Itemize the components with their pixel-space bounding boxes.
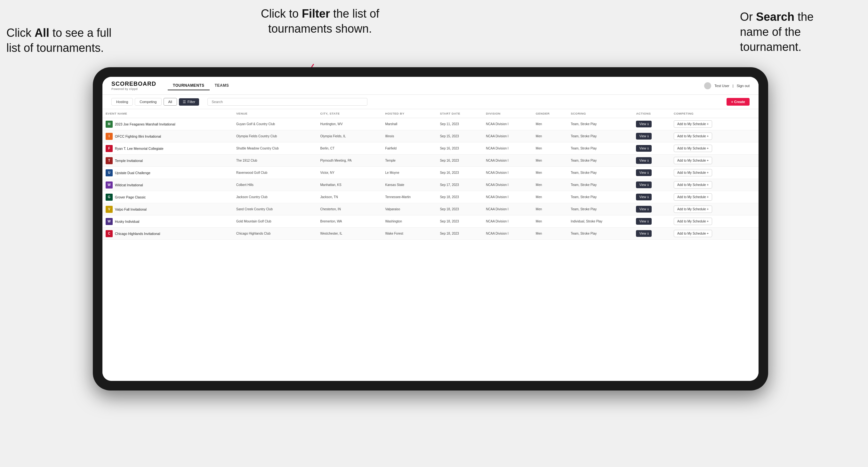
table-row: I OFCC Fighting Illini Invitational Olym… <box>102 130 758 143</box>
table-row: M 2023 Joe Feaganes Marshall Invitationa… <box>102 118 758 130</box>
division-cell-10: NCAA Division I <box>483 227 533 240</box>
actions-cell-2: View ℹ <box>633 130 671 143</box>
hosted-by-cell-2: Illinois <box>382 130 437 143</box>
table-row: U Upstate Dual Challenge Ravenwood Golf … <box>102 167 758 179</box>
col-gender: GENDER <box>533 109 567 118</box>
start-date-cell-8: Sep 18, 2023 <box>437 203 483 215</box>
event-name-cell-6: W Wildcat Invitational <box>102 179 233 191</box>
event-name-cell-2: I OFCC Fighting Illini Invitational <box>102 130 233 143</box>
logo-sub: Powered by clippd <box>112 87 156 91</box>
event-name-cell-1: M 2023 Joe Feaganes Marshall Invitationa… <box>102 118 233 130</box>
venue-cell-9: Gold Mountain Golf Club <box>233 215 317 227</box>
tablet-frame: SCOREBOARD Powered by clippd TOURNAMENTS… <box>93 67 768 391</box>
team-logo-6: W <box>105 182 113 189</box>
table-row: C Chicago Highlands Invitational Chicago… <box>102 227 758 240</box>
all-tab[interactable]: All <box>163 98 177 105</box>
hosted-by-cell-5: Le Moyne <box>382 167 437 179</box>
start-date-cell-4: Sep 16, 2023 <box>437 155 483 167</box>
gender-cell-1: Men <box>533 118 567 130</box>
team-logo-3: F <box>105 145 113 152</box>
event-name-text-7: Grover Page Classic <box>115 195 146 199</box>
signout-link[interactable]: Sign out <box>737 84 750 88</box>
event-name-cell-3: F Ryan T. Lee Memorial Collegiate <box>102 143 233 155</box>
view-icon-2: ℹ <box>648 135 648 138</box>
venue-cell-2: Olympia Fields Country Club <box>233 130 317 143</box>
city-state-cell-1: Huntington, WV <box>317 118 382 130</box>
add-schedule-button-1[interactable]: Add to My Schedule + <box>674 120 712 128</box>
add-schedule-button-4[interactable]: Add to My Schedule + <box>674 157 712 164</box>
view-button-5[interactable]: View ℹ <box>636 169 652 176</box>
view-button-4[interactable]: View ℹ <box>636 157 652 164</box>
actions-cell-1: View ℹ <box>633 118 671 130</box>
competing-cell-3: Add to My Schedule + <box>671 143 758 155</box>
event-name-cell-4: T Temple Invitational <box>102 155 233 167</box>
user-label: Test User <box>714 84 729 88</box>
actions-cell-4: View ℹ <box>633 155 671 167</box>
view-button-2[interactable]: View ℹ <box>636 133 652 139</box>
view-icon-5: ℹ <box>648 171 648 175</box>
tablet-screen: SCOREBOARD Powered by clippd TOURNAMENTS… <box>102 77 758 381</box>
nav-tab-tournaments[interactable]: TOURNAMENTS <box>168 81 210 90</box>
venue-cell-7: Jackson Country Club <box>233 191 317 203</box>
filter-button[interactable]: ☰ Filter <box>179 98 199 105</box>
division-cell-2: NCAA Division I <box>483 130 533 143</box>
add-schedule-button-2[interactable]: Add to My Schedule + <box>674 132 712 140</box>
competing-tab[interactable]: Competing <box>135 98 161 105</box>
add-schedule-button-7[interactable]: Add to My Schedule + <box>674 193 712 201</box>
city-state-cell-7: Jackson, TN <box>317 191 382 203</box>
division-cell-8: NCAA Division I <box>483 203 533 215</box>
team-logo-1: M <box>105 121 113 128</box>
view-button-10[interactable]: View ℹ <box>636 230 652 237</box>
start-date-cell-1: Sep 11, 2023 <box>437 118 483 130</box>
hosted-by-cell-10: Wake Forest <box>382 227 437 240</box>
search-input[interactable] <box>208 98 367 105</box>
col-city-state: CITY, STATE <box>317 109 382 118</box>
nav-tab-teams[interactable]: TEAMS <box>210 81 234 90</box>
gender-cell-9: Men <box>533 215 567 227</box>
hosted-by-cell-9: Washington <box>382 215 437 227</box>
hosted-by-cell-8: Valparaiso <box>382 203 437 215</box>
add-schedule-button-10[interactable]: Add to My Schedule + <box>674 230 712 237</box>
main-nav: TOURNAMENTS TEAMS <box>168 81 234 90</box>
team-logo-4: T <box>105 157 113 164</box>
team-logo-2: I <box>105 133 113 140</box>
create-button[interactable]: + Create <box>726 98 750 105</box>
view-button-3[interactable]: View ℹ <box>636 145 652 152</box>
gender-cell-6: Men <box>533 179 567 191</box>
competing-cell-1: Add to My Schedule + <box>671 118 758 130</box>
event-name-text-3: Ryan T. Lee Memorial Collegiate <box>115 147 163 150</box>
gender-cell-2: Men <box>533 130 567 143</box>
add-schedule-button-8[interactable]: Add to My Schedule + <box>674 206 712 213</box>
col-hosted-by: HOSTED BY <box>382 109 437 118</box>
add-schedule-button-3[interactable]: Add to My Schedule + <box>674 145 712 152</box>
view-button-7[interactable]: View ℹ <box>636 194 652 200</box>
scoring-cell-9: Individual, Stroke Play <box>567 215 633 227</box>
view-button-9[interactable]: View ℹ <box>636 218 652 225</box>
event-name-text-10: Chicago Highlands Invitational <box>115 232 160 236</box>
view-button-6[interactable]: View ℹ <box>636 182 652 188</box>
view-button-1[interactable]: View ℹ <box>636 121 652 127</box>
add-schedule-button-9[interactable]: Add to My Schedule + <box>674 218 712 225</box>
competing-cell-2: Add to My Schedule + <box>671 130 758 143</box>
scoring-cell-7: Team, Stroke Play <box>567 191 633 203</box>
actions-cell-9: View ℹ <box>633 215 671 227</box>
col-division: DIVISION <box>483 109 533 118</box>
city-state-cell-10: Westchester, IL <box>317 227 382 240</box>
view-button-8[interactable]: View ℹ <box>636 206 652 213</box>
actions-cell-10: View ℹ <box>633 227 671 240</box>
city-state-cell-3: Berlin, CT <box>317 143 382 155</box>
event-name-text-8: Valpo Fall Invitational <box>115 208 147 211</box>
start-date-cell-7: Sep 18, 2023 <box>437 191 483 203</box>
start-date-cell-2: Sep 15, 2023 <box>437 130 483 143</box>
venue-cell-8: Sand Creek Country Club <box>233 203 317 215</box>
start-date-cell-9: Sep 18, 2023 <box>437 215 483 227</box>
filter-label: Filter <box>188 100 195 104</box>
actions-cell-8: View ℹ <box>633 203 671 215</box>
scoring-cell-8: Team, Stroke Play <box>567 203 633 215</box>
city-state-cell-9: Bremerton, WA <box>317 215 382 227</box>
add-schedule-button-5[interactable]: Add to My Schedule + <box>674 169 712 176</box>
venue-cell-10: Chicago Highlands Club <box>233 227 317 240</box>
add-schedule-button-6[interactable]: Add to My Schedule + <box>674 181 712 189</box>
hosting-tab[interactable]: Hosting <box>112 98 133 105</box>
hosted-by-cell-1: Marshall <box>382 118 437 130</box>
